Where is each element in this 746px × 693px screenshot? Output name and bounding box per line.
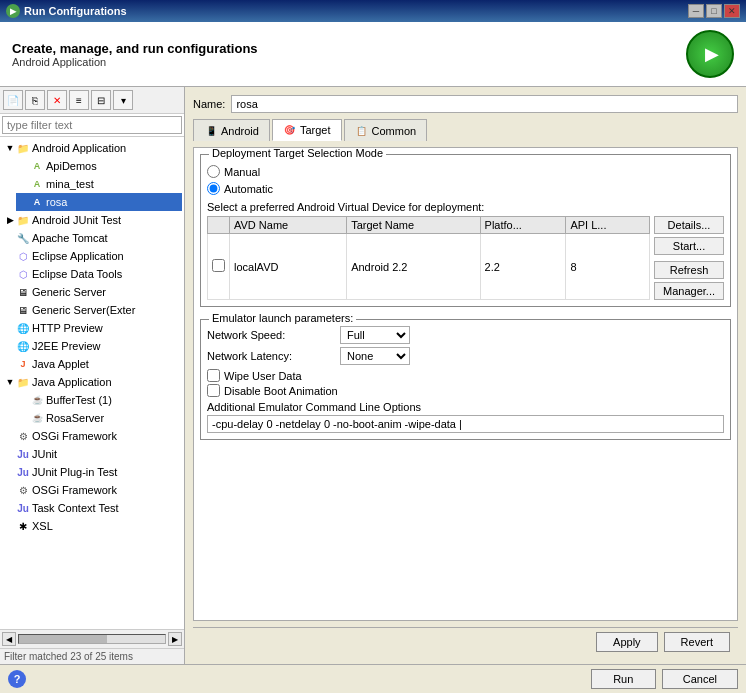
tree-item-rosaserver[interactable]: ☕ RosaServer [16,409,182,427]
tree-item-generic-server-ext[interactable]: 🖥 Generic Server(Exter [2,301,182,319]
tree-item-junit-plugin[interactable]: Ju JUnit Plug-in Test [2,463,182,481]
java-app-folder-icon: 📁 [16,375,30,389]
tab-target[interactable]: 🎯 Target [272,119,342,141]
java-application-label: Java Application [32,376,112,388]
tree-view: ▼ 📁 Android Application A ApiDemos [0,137,184,629]
header-text: Create, manage, and run configurations A… [12,41,258,68]
apache-tomcat-label: Apache Tomcat [32,232,108,244]
android-application-children: A ApiDemos A mina_test [2,157,182,211]
tree-item-android-junit[interactable]: ▶ 📁 Android JUnit Test [2,211,182,229]
avd-checkbox-col [208,217,230,234]
filter-input[interactable] [2,116,182,134]
filter-button[interactable]: ≡ [69,90,89,110]
avd-label: Select a preferred Android Virtual Devic… [207,201,724,213]
generic-server-icon: 🖥 [16,285,30,299]
content-area: 📄 ⎘ ✕ ≡ ⊟ ▾ ▼ 📁 Android Application [0,87,746,664]
expand-java-application[interactable]: ▼ [4,376,16,388]
minimize-button[interactable]: ─ [688,4,704,18]
avd-row-checkbox[interactable] [212,259,225,272]
tree-item-xsl[interactable]: ✱ XSL [2,517,182,535]
wipe-data-checkbox[interactable] [207,369,220,382]
start-button[interactable]: Start... [654,237,724,255]
osgi2-label: OSGi Framework [32,484,117,496]
tree-item-osgi[interactable]: ⚙ OSGi Framework [2,427,182,445]
name-input[interactable] [231,95,738,113]
details-button[interactable]: Details... [654,216,724,234]
scroll-left-btn[interactable]: ◀ [2,632,16,646]
deployment-section-title: Deployment Target Selection Mode [209,147,386,159]
help-button[interactable]: ? [8,670,26,688]
delete-config-button[interactable]: ✕ [47,90,67,110]
close-button[interactable]: ✕ [724,4,740,18]
disable-boot-checkbox[interactable] [207,384,220,397]
manual-radio[interactable] [207,165,220,178]
scroll-right-btn[interactable]: ▶ [168,632,182,646]
android-icon-2: A [30,177,44,191]
expand-button[interactable]: ▾ [113,90,133,110]
cmd-line-input[interactable] [207,415,724,433]
wipe-data-row: Wipe User Data [207,369,724,382]
tree-item-eclipse-data[interactable]: ⬡ Eclipse Data Tools [2,265,182,283]
refresh-button[interactable]: Refresh [654,261,724,279]
revert-button[interactable]: Revert [664,632,730,652]
manager-button[interactable]: Manager... [654,282,724,300]
tree-item-generic-server[interactable]: 🖥 Generic Server [2,283,182,301]
avd-buttons: Details... Start... Refresh Manager... [654,216,724,300]
name-label: Name: [193,98,225,110]
xsl-label: XSL [32,520,53,532]
duplicate-config-button[interactable]: ⎘ [25,90,45,110]
automatic-radio[interactable] [207,182,220,195]
junit-icon: Ju [16,447,30,461]
tree-item-eclipse-app[interactable]: ⬡ Eclipse Application [2,247,182,265]
j2ee-icon: 🌐 [16,339,30,353]
avd-api-col: API L... [566,217,650,234]
run-button[interactable]: Run [591,669,656,689]
tree-item-java-applet[interactable]: J Java Applet [2,355,182,373]
tab-common[interactable]: 📋 Common [344,119,428,141]
junit-plugin-icon: Ju [16,465,30,479]
tree-item-apache-tomcat[interactable]: 🔧 Apache Tomcat [2,229,182,247]
tree-item-task-context[interactable]: Ju Task Context Test [2,499,182,517]
tabs-row: 📱 Android 🎯 Target 📋 Common [193,119,738,141]
apply-button[interactable]: Apply [596,632,658,652]
network-speed-select[interactable]: Full EDGE GPRS [340,326,410,344]
collapse-all-button[interactable]: ⊟ [91,90,111,110]
tree-item-junit[interactable]: Ju JUnit [2,445,182,463]
tree-item-buffertest[interactable]: ☕ BufferTest (1) [16,391,182,409]
title-bar-left: ▶ Run Configurations [6,4,127,18]
tree-item-java-application[interactable]: ▼ 📁 Java Application [2,373,182,391]
tomcat-icon: 🔧 [16,231,30,245]
expand-android-application[interactable]: ▼ [4,142,16,154]
task-context-label: Task Context Test [32,502,119,514]
avd-row-local[interactable]: localAVD Android 2.2 2.2 8 [208,234,650,300]
deployment-section: Deployment Target Selection Mode Manual … [200,154,731,307]
osgi-label: OSGi Framework [32,430,117,442]
http-preview-label: HTTP Preview [32,322,103,334]
tree-item-j2ee-preview[interactable]: 🌐 J2EE Preview [2,337,182,355]
avd-target-cell: Android 2.2 [347,234,480,300]
mina-test-label: mina_test [46,178,94,190]
network-latency-select[interactable]: None GPRS EDGE [340,347,410,365]
junit-label: JUnit [32,448,57,460]
automatic-label: Automatic [224,183,273,195]
common-tab-icon: 📋 [355,124,369,138]
tree-item-mina-test[interactable]: A mina_test [16,175,182,193]
eclipse-icon: ⬡ [16,249,30,263]
osgi-icon: ⚙ [16,429,30,443]
avd-name-col: AVD Name [230,217,347,234]
disable-boot-row: Disable Boot Animation [207,384,724,397]
tree-item-rosa[interactable]: A rosa [16,193,182,211]
tree-item-android-application[interactable]: ▼ 📁 Android Application [2,139,182,157]
target-tab-label: Target [300,124,331,136]
header-subtitle: Android Application [12,56,258,68]
expand-android-junit[interactable]: ▶ [4,214,16,226]
tree-item-osgi2[interactable]: ⚙ OSGi Framework [2,481,182,499]
new-config-button[interactable]: 📄 [3,90,23,110]
generic-server-label: Generic Server [32,286,106,298]
run-icon[interactable] [686,30,734,78]
tree-item-http-preview[interactable]: 🌐 HTTP Preview [2,319,182,337]
maximize-button[interactable]: □ [706,4,722,18]
tab-android[interactable]: 📱 Android [193,119,270,141]
cancel-button[interactable]: Cancel [662,669,738,689]
tree-item-apidemos[interactable]: A ApiDemos [16,157,182,175]
